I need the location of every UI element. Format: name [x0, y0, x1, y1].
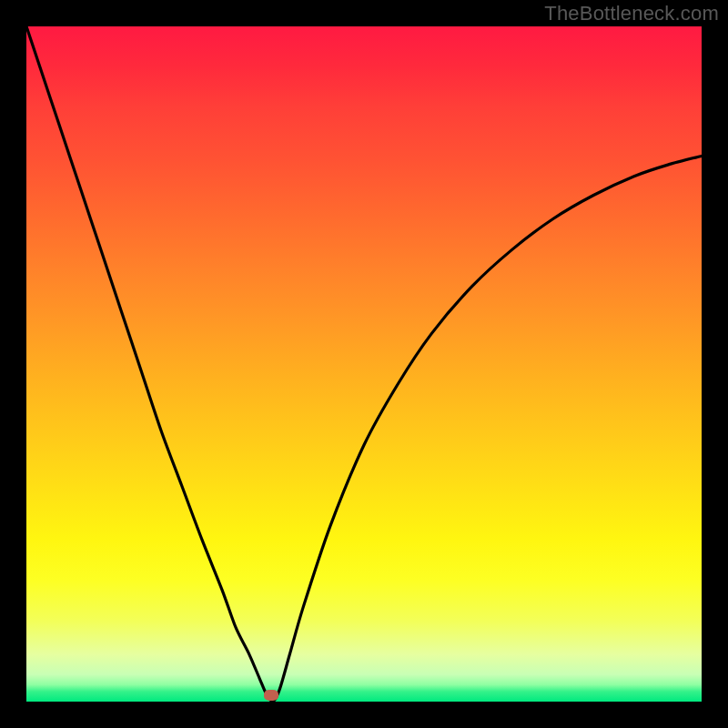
- plot-area: [26, 26, 702, 702]
- bottleneck-curve: [26, 26, 702, 702]
- optimal-point-marker: [264, 690, 278, 701]
- chart-frame: TheBottleneck.com: [0, 0, 728, 728]
- watermark-text: TheBottleneck.com: [544, 2, 719, 25]
